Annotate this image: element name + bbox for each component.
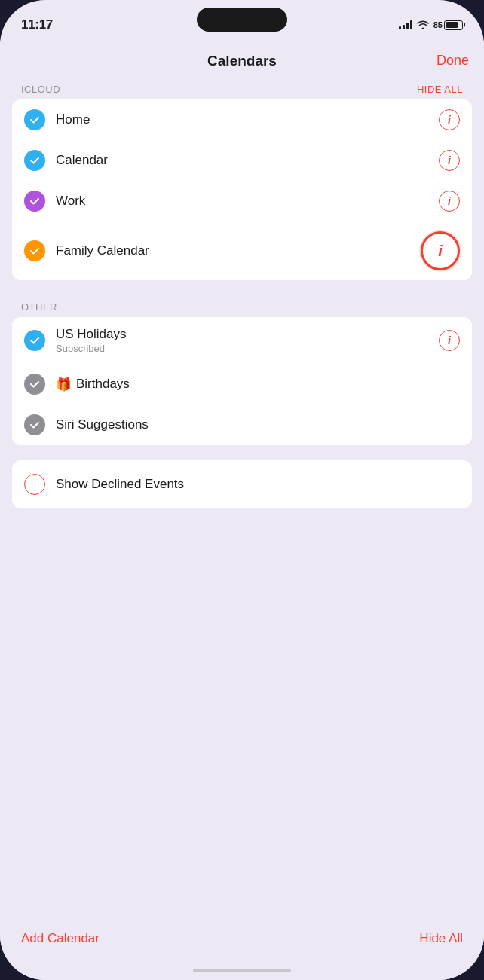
other-section: OTHER US Holidays Subscribed i <box>12 295 472 445</box>
list-item[interactable]: 🎁 Birthdays <box>12 364 472 405</box>
add-calendar-button[interactable]: Add Calendar <box>21 931 100 946</box>
home-bar <box>193 969 291 972</box>
list-item[interactable]: Home i <box>12 99 472 140</box>
birthdays-label: Birthdays <box>76 377 460 392</box>
show-declined-item[interactable]: Show Declined Events <box>12 460 472 508</box>
content-area: Calendars Done ICLOUD HIDE ALL Home <box>0 41 484 980</box>
nav-header: Calendars Done <box>0 41 484 78</box>
us-holidays-info-button[interactable]: i <box>439 330 460 351</box>
work-checkbox[interactable] <box>24 191 45 212</box>
home-checkbox[interactable] <box>24 109 45 130</box>
other-label: OTHER <box>21 301 57 313</box>
bottom-hide-all-button[interactable]: Hide All <box>419 931 463 946</box>
family-calendar-label: Family Calendar <box>56 243 413 258</box>
status-time: 11:17 <box>21 17 53 32</box>
list-item[interactable]: US Holidays Subscribed i <box>12 317 472 364</box>
list-container: ICLOUD HIDE ALL Home i <box>0 78 484 920</box>
calendar-checkbox[interactable] <box>24 150 45 171</box>
list-item[interactable]: Siri Suggestions <box>12 405 472 445</box>
hide-all-button[interactable]: HIDE ALL <box>417 84 463 95</box>
calendar-info-button[interactable]: i <box>439 150 460 171</box>
us-holidays-checkbox[interactable] <box>24 330 45 351</box>
home-info-button[interactable]: i <box>439 109 460 130</box>
family-calendar-info-button[interactable]: i <box>421 231 460 270</box>
status-icons: 85 <box>399 20 463 30</box>
home-indicator <box>0 969 484 980</box>
us-holidays-text-group: US Holidays Subscribed <box>56 327 431 354</box>
us-holidays-label: US Holidays <box>56 327 127 341</box>
birthdays-checkbox[interactable] <box>24 374 45 395</box>
other-section-header: OTHER <box>12 295 472 317</box>
family-calendar-checkbox[interactable] <box>24 240 45 261</box>
icloud-section: ICLOUD HIDE ALL Home i <box>12 78 472 280</box>
home-label: Home <box>56 112 431 127</box>
done-button[interactable]: Done <box>437 53 469 69</box>
work-label: Work <box>56 194 431 209</box>
show-declined-label: Show Declined Events <box>56 477 460 492</box>
work-info-button[interactable]: i <box>439 191 460 212</box>
icloud-section-header: ICLOUD HIDE ALL <box>12 78 472 99</box>
list-item[interactable]: Family Calendar i <box>12 221 472 280</box>
icloud-label: ICLOUD <box>21 84 60 95</box>
dynamic-island <box>197 8 287 32</box>
show-declined-checkbox[interactable] <box>24 474 45 495</box>
us-holidays-sublabel: Subscribed <box>56 343 431 354</box>
list-item[interactable]: Calendar i <box>12 140 472 181</box>
other-card: US Holidays Subscribed i 🎁 Birthdays <box>12 317 472 445</box>
battery-icon: 85 <box>433 20 463 30</box>
signal-icon <box>399 20 412 29</box>
show-declined-section: Show Declined Events <box>12 460 472 508</box>
calendar-label: Calendar <box>56 153 431 168</box>
phone-frame: 11:17 85 Calendar <box>0 0 484 980</box>
status-bar: 11:17 85 <box>0 0 484 41</box>
siri-suggestions-checkbox[interactable] <box>24 414 45 435</box>
gift-icon: 🎁 <box>56 377 72 392</box>
list-item[interactable]: Work i <box>12 181 472 221</box>
icloud-card: Home i Calendar i <box>12 99 472 280</box>
bottom-bar: Add Calendar Hide All <box>0 920 484 969</box>
page-title: Calendars <box>207 53 277 69</box>
wifi-icon <box>417 20 429 29</box>
siri-suggestions-label: Siri Suggestions <box>56 417 460 432</box>
